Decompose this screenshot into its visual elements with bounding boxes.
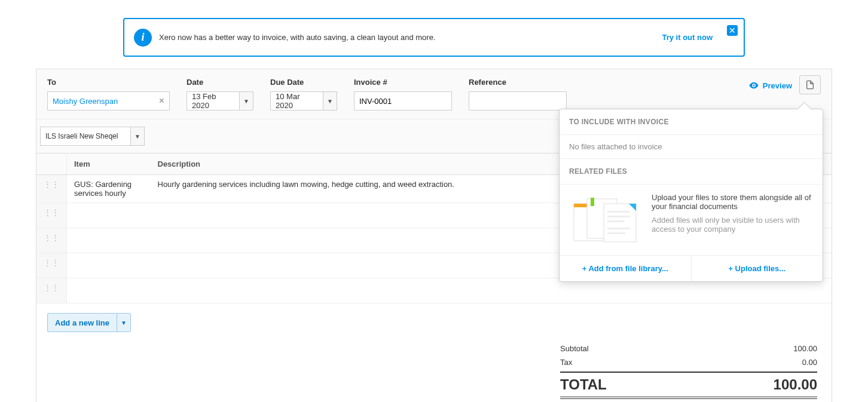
chevron-down-icon: ▼ <box>243 98 249 105</box>
to-value: Moishy Greenspan <box>53 97 118 106</box>
tax-value: 0.00 <box>802 358 817 367</box>
preview-label: Preview <box>763 81 792 90</box>
date-input[interactable]: 13 Feb 2020 <box>187 91 239 111</box>
due-date-input[interactable]: 10 Mar 2020 <box>270 91 323 111</box>
related-header: RELATED FILES <box>560 159 823 184</box>
svg-rect-9 <box>607 232 625 234</box>
drag-handle-icon[interactable]: ⋮⋮ <box>36 278 67 303</box>
upload-files-button[interactable]: + Upload files... <box>691 256 823 281</box>
svg-rect-4 <box>604 204 636 242</box>
add-line-button[interactable]: Add a new line <box>47 313 117 332</box>
svg-rect-5 <box>607 211 630 213</box>
reference-input[interactable] <box>469 91 567 111</box>
chevron-down-icon: ▼ <box>327 98 333 105</box>
chevron-down-icon: ▼ <box>135 133 140 140</box>
to-label: To <box>47 78 170 87</box>
currency-dropdown-button[interactable]: ▼ <box>130 127 145 146</box>
chevron-down-icon: ▼ <box>121 320 127 326</box>
to-input[interactable]: Moishy Greenspan × <box>47 91 170 111</box>
invoice-number-label: Invoice # <box>354 78 452 87</box>
invoice-number-input[interactable] <box>354 91 452 111</box>
col-description: Description <box>151 154 611 175</box>
documents-illustration-icon <box>569 193 641 247</box>
upload-sub-text: Added files will only be visible to user… <box>652 216 813 234</box>
drag-handle-icon[interactable]: ⋮⋮ <box>36 253 67 278</box>
banner-text: Xero now has a better way to invoice, wi… <box>159 33 435 42</box>
total-value: 100.00 <box>774 376 817 393</box>
preview-button[interactable]: Preview <box>748 80 792 91</box>
invoice-form: Preview To Moishy Greenspan × Date 13 Fe… <box>36 69 832 402</box>
banner-close-button[interactable]: ✕ <box>727 25 738 36</box>
due-date-dropdown-button[interactable]: ▼ <box>323 91 337 111</box>
invoice-banner: i Xero now has a better way to invoice, … <box>123 18 745 57</box>
no-files-text: No files attached to invoice <box>560 135 823 158</box>
date-label: Date <box>187 78 253 87</box>
svg-rect-6 <box>607 216 630 217</box>
close-icon: ✕ <box>729 26 736 35</box>
svg-rect-8 <box>607 228 630 229</box>
cell-item[interactable]: GUS: Gardening services hourly <box>67 175 151 203</box>
due-date-label: Due Date <box>270 78 337 87</box>
upload-main-text: Upload your files to store them alongsid… <box>652 193 813 211</box>
svg-rect-7 <box>607 220 624 222</box>
totals-section: Subtotal 100.00 Tax 0.00 TOTAL 100.00 <box>560 342 817 399</box>
file-icon <box>805 79 815 90</box>
cell-description[interactable]: Hourly gardening services including lawn… <box>151 175 611 203</box>
drag-handle-icon[interactable]: ⋮⋮ <box>36 228 67 253</box>
include-header: TO INCLUDE WITH INVOICE <box>560 109 823 134</box>
svg-rect-3 <box>591 198 594 206</box>
files-popover: TO INCLUDE WITH INVOICE No files attache… <box>559 109 823 282</box>
eye-icon <box>748 80 759 91</box>
col-item: Item <box>67 154 151 175</box>
add-from-library-button[interactable]: + Add from file library... <box>560 256 691 281</box>
currency-select[interactable]: ILS Israeli New Sheqel <box>40 127 130 146</box>
banner-cta-link[interactable]: Try it out now <box>662 33 713 42</box>
info-icon: i <box>134 29 152 47</box>
total-label: TOTAL <box>560 376 607 393</box>
subtotal-value: 100.00 <box>793 344 817 353</box>
to-clear-button[interactable]: × <box>159 96 164 106</box>
subtotal-label: Subtotal <box>560 344 589 353</box>
files-button[interactable] <box>799 75 821 94</box>
drag-handle-icon[interactable]: ⋮⋮ <box>36 175 67 203</box>
reference-label: Reference <box>469 78 567 87</box>
add-line-dropdown-button[interactable]: ▼ <box>117 313 131 332</box>
date-dropdown-button[interactable]: ▼ <box>239 91 253 111</box>
drag-handle-icon[interactable]: ⋮⋮ <box>36 203 67 228</box>
tax-label: Tax <box>560 358 572 367</box>
